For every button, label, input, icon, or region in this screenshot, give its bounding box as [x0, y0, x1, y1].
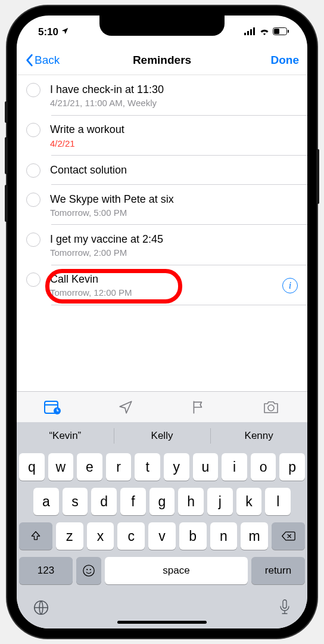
- key-m[interactable]: m: [241, 522, 268, 550]
- chevron-left-icon: [25, 54, 33, 67]
- key-x[interactable]: x: [87, 522, 114, 550]
- key-b[interactable]: b: [179, 522, 207, 550]
- numbers-key[interactable]: 123: [19, 557, 73, 584]
- suggestion-3[interactable]: Kenny: [210, 422, 307, 450]
- done-button[interactable]: Done: [271, 54, 300, 67]
- key-i[interactable]: i: [222, 453, 247, 481]
- svg-rect-3: [253, 27, 255, 35]
- svg-point-12: [86, 569, 88, 570]
- dictation-key[interactable]: [278, 599, 292, 619]
- mic-icon: [278, 599, 292, 617]
- globe-key[interactable]: [32, 599, 50, 619]
- reminder-subtitle: Tomorrow, 12:00 PM: [50, 287, 278, 298]
- reminders-list[interactable]: I have check-in at 11:304/21/21, 11:00 A…: [17, 75, 307, 391]
- reminder-item[interactable]: I get my vaccine at 2:45Tomorrow, 2:00 P…: [17, 225, 307, 265]
- key-r[interactable]: r: [106, 453, 132, 481]
- key-a[interactable]: a: [33, 488, 59, 515]
- location-services-icon: [61, 26, 69, 38]
- key-q[interactable]: q: [19, 453, 45, 481]
- reminder-subtitle: 4/2/21: [50, 138, 298, 148]
- keyboard: “Kevin” Kelly Kenny qwertyuiop asdfghjkl…: [17, 422, 307, 628]
- emoji-icon: [82, 564, 95, 577]
- reminder-complete-toggle[interactable]: [26, 83, 40, 97]
- notch: [99, 16, 225, 36]
- reminder-title[interactable]: Call Kevin: [50, 272, 278, 286]
- reminder-item[interactable]: Contact solution: [17, 156, 307, 185]
- home-indicator[interactable]: [117, 621, 207, 624]
- nav-bar: Back Reminders Done: [17, 45, 307, 75]
- svg-point-13: [90, 569, 91, 570]
- reminder-item[interactable]: I have check-in at 11:304/21/21, 11:00 A…: [17, 75, 307, 115]
- back-label: Back: [35, 54, 60, 67]
- reminder-complete-toggle[interactable]: [26, 233, 40, 247]
- suggestion-2[interactable]: Kelly: [114, 422, 211, 450]
- shift-icon: [30, 530, 42, 542]
- reminder-info-button[interactable]: i: [282, 278, 298, 293]
- reminder-item[interactable]: Write a workout4/2/21: [17, 115, 307, 155]
- reminder-detail-toolbar: [17, 391, 307, 422]
- key-g[interactable]: g: [149, 488, 175, 515]
- space-key[interactable]: space: [105, 557, 248, 584]
- key-z[interactable]: z: [56, 522, 83, 550]
- reminder-subtitle: Tomorrow, 5:00 PM: [50, 208, 298, 218]
- camera-icon: [262, 400, 280, 414]
- reminder-item[interactable]: Call KevinTomorrow, 12:00 PMi: [17, 265, 307, 305]
- reminder-complete-toggle[interactable]: [26, 273, 40, 287]
- svg-point-11: [83, 565, 94, 576]
- status-time: 5:10: [38, 26, 58, 38]
- backspace-key[interactable]: [272, 522, 305, 550]
- reminder-subtitle: 4/21/21, 11:00 AM, Weekly: [50, 98, 298, 108]
- key-s[interactable]: s: [63, 488, 88, 515]
- page-title: Reminders: [133, 54, 191, 67]
- key-w[interactable]: w: [48, 453, 74, 481]
- key-d[interactable]: d: [91, 488, 117, 515]
- reminder-complete-toggle[interactable]: [26, 193, 40, 207]
- emoji-key[interactable]: [76, 557, 101, 584]
- shift-key[interactable]: [19, 522, 52, 550]
- reminder-title[interactable]: I have check-in at 11:30: [50, 82, 298, 97]
- suggestion-1[interactable]: “Kevin”: [17, 422, 114, 450]
- return-key[interactable]: return: [251, 557, 305, 584]
- location-arrow-icon: [118, 400, 133, 415]
- reminder-subtitle: Tomorrow, 2:00 PM: [50, 247, 298, 258]
- location-button[interactable]: [108, 400, 144, 415]
- reminder-title[interactable]: We Skype with Pete at six: [50, 192, 298, 206]
- key-f[interactable]: f: [120, 488, 146, 515]
- calendar-clock-icon: [44, 400, 62, 415]
- suggestion-bar: “Kevin” Kelly Kenny: [17, 422, 307, 450]
- reminder-title[interactable]: Write a workout: [50, 122, 298, 137]
- svg-rect-0: [244, 33, 246, 35]
- phone-frame: 5:10 Back: [7, 6, 317, 638]
- key-o[interactable]: o: [251, 453, 276, 481]
- photo-button[interactable]: [253, 400, 289, 414]
- key-e[interactable]: e: [77, 453, 102, 481]
- battery-icon: [273, 26, 289, 38]
- calendar-button[interactable]: [35, 400, 71, 415]
- key-t[interactable]: t: [135, 453, 160, 481]
- reminder-title[interactable]: Contact solution: [50, 163, 298, 177]
- globe-icon: [32, 599, 50, 617]
- screen: 5:10 Back: [17, 16, 307, 628]
- key-c[interactable]: c: [117, 522, 145, 550]
- svg-rect-6: [288, 30, 289, 33]
- key-l[interactable]: l: [265, 488, 291, 515]
- flag-button[interactable]: [180, 400, 216, 415]
- svg-point-10: [268, 405, 274, 411]
- back-button[interactable]: Back: [25, 54, 60, 67]
- key-k[interactable]: k: [236, 488, 262, 515]
- svg-rect-2: [250, 29, 252, 35]
- key-h[interactable]: h: [178, 488, 204, 515]
- key-p[interactable]: p: [279, 453, 305, 481]
- key-u[interactable]: u: [193, 453, 219, 481]
- reminder-item[interactable]: We Skype with Pete at sixTomorrow, 5:00 …: [17, 185, 307, 225]
- reminder-complete-toggle[interactable]: [26, 123, 40, 137]
- reminder-complete-toggle[interactable]: [26, 163, 40, 178]
- key-y[interactable]: y: [164, 453, 189, 481]
- key-v[interactable]: v: [148, 522, 176, 550]
- key-n[interactable]: n: [210, 522, 238, 550]
- key-j[interactable]: j: [207, 488, 233, 515]
- wifi-icon: [259, 26, 270, 38]
- svg-rect-15: [283, 600, 286, 608]
- backspace-icon: [281, 531, 295, 541]
- reminder-title[interactable]: I get my vaccine at 2:45: [50, 232, 298, 246]
